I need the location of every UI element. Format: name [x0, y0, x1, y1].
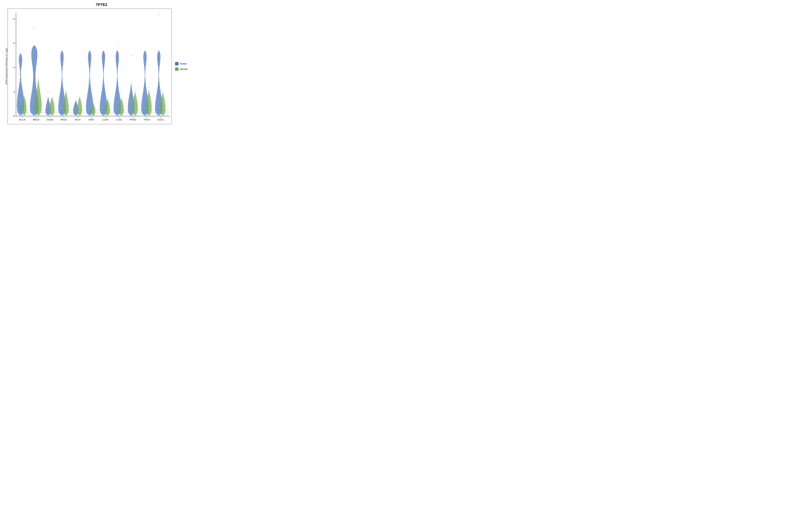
svg-point-225: [120, 112, 121, 113]
svg-point-88: [48, 103, 49, 104]
svg-text:HNSC: HNSC: [60, 118, 67, 121]
svg-text:LUAD: LUAD: [102, 118, 108, 121]
svg-text:6: 6: [13, 42, 15, 45]
svg-point-313: [163, 106, 164, 107]
svg-point-274: [145, 59, 145, 60]
svg-point-143: [79, 108, 80, 109]
svg-point-19: [19, 106, 20, 107]
svg-point-73: [38, 104, 39, 105]
svg-point-265: [145, 97, 146, 97]
svg-point-208: [118, 107, 118, 107]
svg-point-314: [162, 103, 163, 104]
svg-point-120: [62, 61, 62, 62]
svg-point-115: [61, 81, 62, 82]
svg-point-129: [66, 98, 66, 99]
svg-point-78: [38, 90, 39, 90]
svg-point-150: [90, 110, 91, 111]
svg-point-145: [79, 103, 80, 104]
svg-point-220: [117, 62, 118, 62]
svg-point-209: [117, 104, 117, 105]
svg-point-164: [90, 66, 90, 67]
svg-point-179: [103, 105, 104, 105]
svg-point-81: [38, 79, 39, 79]
svg-point-212: [117, 96, 118, 97]
violin-coad-normal: [50, 92, 55, 116]
svg-point-119: [62, 64, 62, 65]
svg-point-230: [121, 101, 122, 102]
svg-point-317: [162, 94, 163, 95]
svg-point-171: [93, 110, 93, 110]
svg-point-286: [149, 91, 149, 91]
svg-point-251: [135, 106, 136, 107]
svg-point-110: [62, 97, 62, 97]
svg-point-284: [149, 97, 149, 98]
svg-point-318: [162, 91, 163, 92]
svg-point-207: [116, 108, 117, 109]
normal-swatch: [175, 67, 179, 71]
svg-point-245: [131, 82, 132, 82]
svg-point-23: [21, 97, 22, 98]
svg-point-243: [131, 90, 131, 91]
svg-point-116: [62, 77, 63, 78]
svg-point-109: [62, 99, 63, 100]
svg-point-61: [34, 64, 35, 65]
svg-point-178: [104, 107, 105, 107]
svg-point-193: [103, 55, 104, 56]
svg-point-262: [145, 104, 145, 105]
svg-point-296: [158, 99, 159, 100]
svg-point-74: [38, 101, 38, 102]
svg-point-117: [62, 73, 62, 74]
svg-point-22: [20, 100, 21, 101]
svg-point-111: [61, 94, 62, 95]
svg-point-108: [61, 101, 62, 102]
svg-point-210: [117, 102, 118, 103]
svg-point-253: [135, 101, 136, 101]
svg-point-206: [117, 110, 118, 111]
svg-point-104: [61, 108, 62, 109]
svg-point-205: [116, 111, 117, 112]
svg-point-190: [103, 67, 104, 68]
svg-point-222: [116, 51, 117, 52]
svg-point-114: [62, 84, 63, 85]
svg-point-173: [93, 105, 94, 106]
svg-point-38: [34, 110, 35, 111]
svg-point-214: [116, 90, 117, 91]
svg-point-165: [89, 61, 90, 61]
svg-point-100: [51, 92, 52, 92]
svg-point-271: [145, 74, 145, 75]
svg-point-181: [103, 100, 104, 101]
svg-point-103: [62, 110, 63, 111]
svg-point-141: [79, 112, 80, 113]
svg-point-107: [62, 103, 63, 104]
svg-point-163: [89, 71, 90, 72]
svg-point-177: [103, 108, 103, 109]
svg-point-194: [103, 53, 104, 54]
svg-point-169: [93, 113, 94, 114]
svg-point-196: [107, 112, 107, 113]
svg-point-248: [135, 112, 135, 113]
svg-point-260: [144, 108, 145, 109]
svg-point-56: [34, 78, 35, 78]
svg-point-276: [145, 52, 145, 52]
svg-point-47: [34, 98, 34, 99]
svg-point-17: [21, 108, 21, 109]
svg-point-94: [52, 111, 53, 111]
svg-point-170: [94, 111, 94, 112]
svg-point-191: [103, 62, 104, 63]
svg-point-121: [62, 55, 62, 56]
svg-point-182: [104, 98, 104, 98]
svg-point-185: [104, 89, 104, 89]
svg-point-221: [117, 56, 117, 57]
svg-point-127: [65, 104, 66, 104]
svg-point-96: [52, 107, 53, 108]
svg-point-34: [24, 105, 25, 106]
svg-point-87: [48, 105, 48, 106]
svg-point-203: [107, 104, 108, 104]
svg-point-69: [38, 112, 38, 112]
svg-point-200: [107, 104, 108, 105]
svg-point-83: [48, 112, 48, 113]
svg-point-33: [23, 108, 24, 109]
svg-point-152: [90, 106, 91, 107]
svg-point-51: [35, 90, 35, 91]
svg-text:2: 2: [13, 91, 15, 93]
